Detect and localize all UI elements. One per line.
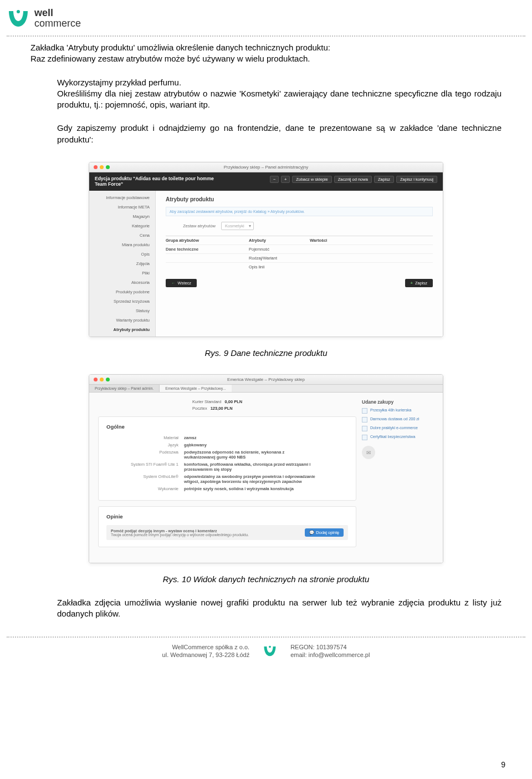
- spec-value: potrójnie szyty nosek, solidna i wytrzym…: [184, 486, 317, 491]
- footer-regon: REGON: 101397574: [290, 643, 370, 651]
- general-title: Ogólne: [106, 424, 348, 430]
- spec-value: podwyższona odporność na ścieranie, wyko…: [184, 450, 317, 460]
- footer: WellCommerce spółka z o.o. ul. Wedmanowe…: [0, 643, 532, 659]
- side-item[interactable]: Przesyłka 48h kurierska: [362, 408, 434, 414]
- svg-point-0: [17, 10, 20, 13]
- spec-label: System OrthoLite®: [106, 474, 184, 484]
- logo-icon: [7, 7, 30, 30]
- sidebar-item[interactable]: Pliki: [89, 268, 155, 278]
- footer-company: WellCommerce spółka z o.o.: [162, 643, 250, 651]
- attribute-set-select[interactable]: Kosmetyki: [221, 222, 254, 230]
- spec-label: Materiał: [106, 435, 184, 440]
- view-in-store-button[interactable]: Zobacz w sklepie: [292, 176, 332, 183]
- browser-tab[interactable]: Przykładowy sklep – Panel admin.: [89, 385, 160, 392]
- select-label: Zestaw atrybutów: [166, 223, 221, 228]
- sidebar-item[interactable]: Statusy: [89, 306, 155, 315]
- sidebar-item[interactable]: Akcesoria: [89, 278, 155, 287]
- body-p5: Gdy zapiszemy produkt i odnajdziemy go n…: [30, 123, 502, 145]
- store-screenshot: Emerica Westgate – Przykładowy sklep Prz…: [89, 374, 443, 563]
- body-p2: Raz zdefiniowany zestaw atrybutów może b…: [30, 53, 502, 64]
- footer-address: ul. Wedmanowej 7, 93-228 Łódź: [162, 651, 250, 659]
- plus-icon: +: [411, 281, 413, 286]
- side-item[interactable]: Darmowa dostawa od 200 zł: [362, 417, 434, 422]
- header-logo: well commerce: [0, 0, 532, 33]
- opinions-line1: Pomóż podjąć decyzję innym - wystaw ocen…: [111, 529, 249, 533]
- spec-label: System STI Foam® Lite 1: [106, 462, 184, 472]
- sidebar-item[interactable]: Sprzedaż krzyżowa: [89, 297, 155, 306]
- ship-label: Kurier Standard: [192, 399, 222, 404]
- ship-value: 0,00 PLN: [225, 399, 243, 404]
- admin-sidebar: Informacje podstawowe Informacje META Ma…: [89, 191, 156, 337]
- spec-label: Podeszwa: [106, 450, 184, 460]
- sidebar-item[interactable]: Produkty podobne: [89, 287, 155, 297]
- chat-bubble-icon[interactable]: ✉: [362, 446, 375, 459]
- add-opinion-button[interactable]: 💬 Dodaj opinię: [305, 528, 344, 537]
- mac-titlebar: Emerica Westgate – Przykładowy sklep: [89, 375, 443, 385]
- body-p1: Zakładka 'Atrybuty produktu' umożliwia o…: [30, 42, 502, 53]
- lock-icon: [362, 435, 367, 440]
- attr-label: Pojemność: [249, 247, 310, 252]
- spec-value: odpowiedzialny za swobodny przepływ powi…: [184, 474, 317, 484]
- sidebar-item-active[interactable]: Atrybuty produktu: [89, 325, 155, 334]
- svg-point-1: [269, 646, 271, 648]
- chat-icon: 💬: [309, 530, 314, 535]
- ship-label: Pocztex: [192, 406, 207, 411]
- minus-button[interactable]: −: [270, 176, 279, 183]
- group-label: Dane techniczne: [166, 247, 249, 252]
- general-section: Ogólne Materiałzamsz Językgąbkowany Pode…: [98, 416, 356, 501]
- admin-screenshot: Przykładowy sklep – Panel administracyjn…: [89, 162, 443, 337]
- sidebar-item[interactable]: Informacje podstawowe: [89, 193, 155, 202]
- sidebar-item[interactable]: Kategorie: [89, 221, 155, 231]
- attr-label: Opis linii: [249, 264, 310, 269]
- arrow-left-icon: ←: [171, 281, 176, 286]
- side-item[interactable]: Dobre praktyki e-commerce: [362, 426, 434, 431]
- footer-logo-icon: [263, 644, 277, 658]
- body-p6: Zakładka zdjęcia umożliwia wysłanie nowe…: [30, 597, 502, 620]
- truck-icon: [362, 408, 367, 414]
- opinions-section: Opinie Pomóż podjąć decyzję innym - wyst…: [98, 506, 356, 547]
- save-continue-button[interactable]: Zapisz i kontynuuj: [396, 176, 437, 183]
- col-attr: Atrybuty: [249, 238, 310, 243]
- header-divider: [7, 35, 525, 37]
- sidebar-item[interactable]: Opis: [89, 250, 155, 259]
- admin-topbar: Edycja produktu "Adidas eau de toilette …: [89, 172, 443, 191]
- sidebar-item[interactable]: Warianty produktu: [89, 315, 155, 325]
- caption-2: Rys. 10 Widok danych technicznych na str…: [30, 574, 502, 584]
- spec-label: Język: [106, 442, 184, 447]
- attr-label: Rodzaj/Wariant: [249, 256, 310, 261]
- box-icon: [362, 417, 367, 422]
- side-title: Udane zakupy: [362, 399, 434, 405]
- save-button-bottom[interactable]: + Zapisz: [405, 279, 433, 287]
- opinions-title: Opinie: [106, 513, 348, 520]
- new-button[interactable]: Zacznij od nowa: [334, 176, 372, 183]
- spec-value: komfortowa, profilowana wkładka, chronią…: [184, 462, 317, 472]
- sidebar-item[interactable]: Informacje META: [89, 202, 155, 212]
- page-number: 9: [501, 760, 505, 769]
- footer-divider: [7, 637, 525, 638]
- spec-label: Wykonanie: [106, 486, 184, 491]
- sidebar-item[interactable]: Zdjęcia: [89, 259, 155, 268]
- side-item[interactable]: Certyfikat bezpieczeństwa: [362, 435, 434, 440]
- admin-main-pane: Atrybuty produktu Aby zarządzać zestawam…: [156, 191, 443, 337]
- spec-value: gąbkowany: [184, 442, 317, 447]
- attribute-table: Grupa atrybutów Atrybuty Wartości Dane t…: [166, 236, 433, 271]
- sidebar-item[interactable]: Miara produktu: [89, 240, 155, 250]
- body-p3: Wykorzystajmy przykład perfumu.: [30, 77, 502, 88]
- window-title: Emerica Westgate – Przykładowy sklep: [89, 377, 443, 382]
- pane-title: Atrybuty produktu: [166, 196, 433, 202]
- sidebar-item[interactable]: Cena: [89, 231, 155, 240]
- col-values: Wartości: [310, 238, 433, 243]
- col-group: Grupa atrybutów: [166, 238, 249, 243]
- sidebar-item[interactable]: Magazyn: [89, 212, 155, 221]
- body-p4: Określiliśmy dla niej zestaw atrybutów o…: [30, 88, 502, 111]
- spec-value: zamsz: [184, 435, 317, 440]
- plus-button[interactable]: +: [281, 176, 290, 183]
- caption-1: Rys. 9 Dane techniczne produktu: [30, 348, 502, 358]
- back-button[interactable]: ← Wstecz: [166, 279, 197, 287]
- save-button[interactable]: Zapisz: [374, 176, 394, 183]
- ship-value: 123,00 PLN: [211, 406, 233, 411]
- browser-tab-active[interactable]: Emerica Westgate – Przykładowy...: [160, 385, 231, 392]
- footer-email: email: info@wellcommerce.pl: [290, 651, 370, 659]
- doc-icon: [362, 426, 367, 431]
- opinions-line2: Twoja ocena pomoże innym podjąć decyzję …: [111, 533, 249, 537]
